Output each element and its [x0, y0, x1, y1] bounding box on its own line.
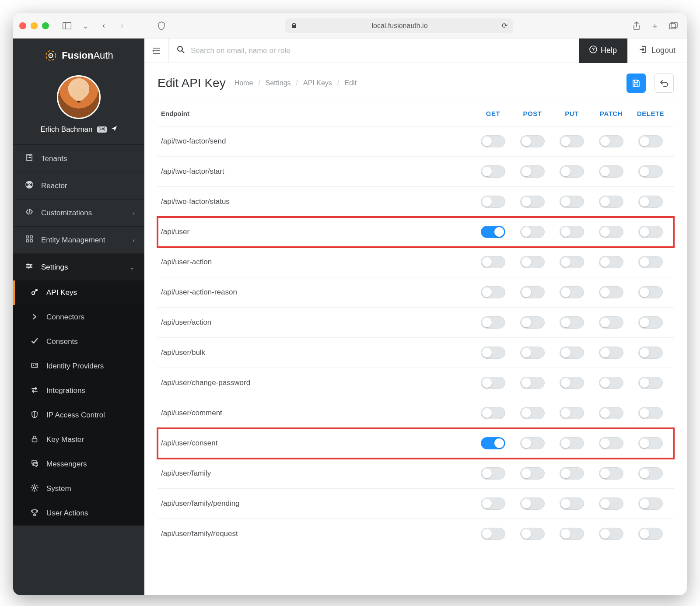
get-toggle[interactable] [481, 407, 505, 419]
delete-toggle[interactable] [638, 347, 663, 359]
col-get[interactable]: GET [473, 110, 513, 117]
nav-sub-key-master[interactable]: Key Master [13, 427, 144, 452]
nav-sub-consents[interactable]: Consents [13, 329, 144, 354]
delete-toggle[interactable] [638, 256, 663, 268]
put-toggle[interactable] [560, 135, 584, 147]
put-toggle[interactable] [560, 528, 584, 540]
patch-toggle[interactable] [599, 467, 623, 480]
delete-toggle[interactable] [638, 316, 663, 329]
id-badge-icon[interactable] [97, 126, 107, 133]
delete-toggle[interactable] [638, 196, 663, 208]
patch-toggle[interactable] [599, 347, 623, 359]
col-patch[interactable]: PATCH [592, 110, 631, 117]
post-toggle[interactable] [520, 497, 545, 510]
nav-customizations[interactable]: Customizations‹ [13, 199, 144, 226]
breadcrumb-item[interactable]: API Keys [303, 79, 332, 87]
put-toggle[interactable] [560, 165, 584, 178]
new-tab-icon[interactable]: ＋ [648, 18, 662, 33]
sidebar-toggle-icon[interactable] [60, 18, 74, 33]
get-toggle[interactable] [481, 316, 505, 329]
shield-privacy-icon[interactable] [154, 18, 169, 33]
post-toggle[interactable] [520, 316, 545, 329]
post-toggle[interactable] [520, 135, 545, 147]
get-toggle[interactable] [481, 135, 505, 147]
col-delete[interactable]: DELETE [631, 110, 670, 117]
delete-toggle[interactable] [638, 528, 663, 540]
nav-entity-management[interactable]: Entity Management‹ [13, 226, 144, 253]
patch-toggle[interactable] [599, 196, 623, 208]
get-toggle[interactable] [481, 256, 505, 268]
get-toggle[interactable] [481, 528, 505, 540]
put-toggle[interactable] [560, 437, 584, 449]
put-toggle[interactable] [560, 256, 584, 268]
patch-toggle[interactable] [599, 256, 623, 268]
delete-toggle[interactable] [638, 467, 663, 480]
window-maximize-icon[interactable] [42, 22, 49, 29]
put-toggle[interactable] [560, 226, 584, 238]
col-post[interactable]: POST [513, 110, 552, 117]
nav-sub-identity-providers[interactable]: Identity Providers [13, 354, 144, 378]
patch-toggle[interactable] [599, 437, 623, 449]
put-toggle[interactable] [560, 286, 584, 298]
put-toggle[interactable] [560, 377, 584, 389]
avatar[interactable] [57, 75, 101, 119]
nav-tenants[interactable]: Tenants [13, 145, 144, 172]
post-toggle[interactable] [520, 437, 545, 449]
delete-toggle[interactable] [638, 165, 663, 178]
get-toggle[interactable] [481, 497, 505, 510]
post-toggle[interactable] [520, 256, 545, 268]
collapse-sidebar-icon[interactable] [144, 39, 169, 63]
post-toggle[interactable] [520, 286, 545, 298]
save-button[interactable] [626, 74, 646, 93]
chevron-down-icon[interactable]: ⌄ [78, 18, 93, 33]
get-toggle[interactable] [481, 467, 505, 480]
patch-toggle[interactable] [599, 377, 623, 389]
post-toggle[interactable] [520, 528, 545, 540]
search-input[interactable] [191, 46, 571, 55]
nav-sub-ip-access-control[interactable]: IP Access Control [13, 403, 144, 427]
nav-sub-api-keys[interactable]: API Keys [13, 280, 144, 305]
nav-sub-integrations[interactable]: Integrations [13, 378, 144, 403]
patch-toggle[interactable] [599, 135, 623, 147]
patch-toggle[interactable] [599, 497, 623, 510]
put-toggle[interactable] [560, 347, 584, 359]
location-arrow-icon[interactable] [111, 125, 117, 134]
put-toggle[interactable] [560, 196, 584, 208]
delete-toggle[interactable] [638, 226, 663, 238]
delete-toggle[interactable] [638, 407, 663, 419]
delete-toggle[interactable] [638, 377, 663, 389]
share-icon[interactable] [629, 18, 644, 33]
get-toggle[interactable] [481, 165, 505, 178]
patch-toggle[interactable] [599, 528, 623, 540]
forward-icon[interactable]: › [115, 18, 130, 33]
post-toggle[interactable] [520, 407, 545, 419]
patch-toggle[interactable] [599, 226, 623, 238]
post-toggle[interactable] [520, 165, 545, 178]
patch-toggle[interactable] [599, 316, 623, 329]
back-icon[interactable]: ‹ [96, 18, 111, 33]
undo-button[interactable] [654, 74, 674, 93]
nav-sub-connectors[interactable]: Connectors [13, 305, 144, 329]
window-minimize-icon[interactable] [31, 22, 38, 29]
get-toggle[interactable] [481, 437, 505, 449]
nav-sub-messengers[interactable]: Messengers [13, 452, 144, 476]
post-toggle[interactable] [520, 226, 545, 238]
patch-toggle[interactable] [599, 165, 623, 178]
breadcrumb-item[interactable]: Settings [266, 79, 291, 87]
get-toggle[interactable] [481, 196, 505, 208]
nav-sub-user-actions[interactable]: User Actions [13, 501, 144, 525]
help-button[interactable]: ? Help [579, 39, 627, 63]
logout-button[interactable]: Logout [627, 39, 687, 63]
post-toggle[interactable] [520, 467, 545, 480]
patch-toggle[interactable] [599, 286, 623, 298]
window-close-icon[interactable] [19, 22, 26, 29]
nav-sub-system[interactable]: System [13, 476, 144, 501]
delete-toggle[interactable] [638, 497, 663, 510]
patch-toggle[interactable] [599, 407, 623, 419]
put-toggle[interactable] [560, 497, 584, 510]
put-toggle[interactable] [560, 467, 584, 480]
delete-toggle[interactable] [638, 135, 663, 147]
address-bar[interactable]: 🔒︎ local.fusionauth.io ⟳ [285, 18, 513, 33]
put-toggle[interactable] [560, 407, 584, 419]
breadcrumb-item[interactable]: Home [234, 79, 253, 87]
